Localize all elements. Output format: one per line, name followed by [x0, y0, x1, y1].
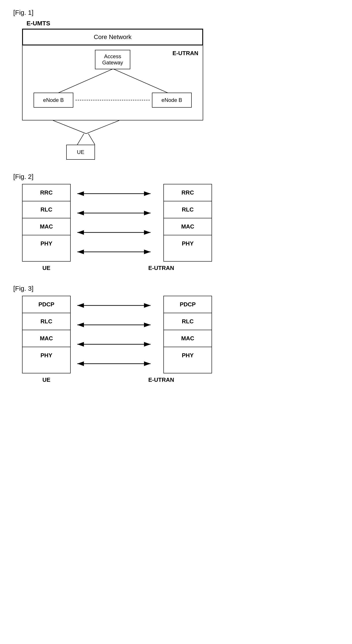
fig1-dashed-line	[76, 100, 150, 100]
fig1-eumts-label: E-UMTS	[27, 20, 212, 27]
fig2-left-rlc: RLC	[23, 201, 70, 218]
svg-line-4	[77, 134, 84, 145]
fig3-left-phy: PHY	[23, 347, 70, 364]
fig3-left-stack: PDCP RLC MAC PHY	[22, 296, 71, 374]
fig1-access-gateway: Access Gateway	[95, 50, 130, 69]
fig2-right-rlc: RLC	[164, 201, 212, 218]
fig2-left-rrc: RRC	[23, 184, 70, 201]
fig2-phy-arrow	[75, 248, 159, 256]
fig2-eutran-label: E-UTRAN	[137, 265, 186, 272]
fig3-left-rlc: RLC	[23, 313, 70, 330]
fig3-right-mac: MAC	[164, 330, 212, 347]
fig3-arrows	[71, 296, 163, 374]
fig2-right-mac: MAC	[164, 218, 212, 235]
fig1-ue: UE	[66, 145, 95, 160]
fig3-ue-label: UE	[22, 376, 71, 383]
fig3-left-pdcp: PDCP	[23, 296, 70, 313]
fig2-ue-label: UE	[22, 265, 71, 272]
fig2-left-phy: PHY	[23, 235, 70, 252]
fig1-core-network: Core Network	[23, 29, 203, 45]
fig3-right-pdcp: PDCP	[164, 296, 212, 313]
fig2-right-stack: RRC RLC MAC PHY	[163, 184, 212, 262]
fig1-connection-lines	[23, 69, 204, 93]
fig3-eutran-label: E-UTRAN	[137, 376, 186, 383]
fig1-eutran-label: E-UTRAN	[172, 50, 198, 57]
fig1-enodeb-row: eNode B eNode B	[27, 93, 198, 108]
fig3-label: [Fig. 3]	[13, 285, 212, 292]
fig2-left-mac: MAC	[23, 218, 70, 235]
svg-line-1	[113, 69, 168, 93]
fig3-right-rlc: RLC	[164, 313, 212, 330]
fig3-diagram: PDCP RLC MAC PHY	[22, 296, 212, 374]
fig3-right-phy: PHY	[164, 347, 212, 364]
fig2-mac-arrow	[75, 228, 159, 237]
fig2-rrc-arrow	[75, 189, 159, 198]
svg-line-5	[88, 134, 95, 145]
fig3-phy-arrow	[75, 359, 159, 368]
fig2-arrows	[71, 184, 163, 262]
fig1-ue-lines	[22, 120, 203, 147]
fig2: [Fig. 2] RRC RLC MAC PHY	[13, 173, 212, 272]
fig2-right-rrc: RRC	[164, 184, 212, 201]
fig1-label: [Fig. 1]	[13, 9, 212, 16]
fig3: [Fig. 3] PDCP RLC MAC PHY	[13, 285, 212, 383]
fig3-left-mac: MAC	[23, 330, 70, 347]
svg-line-2	[53, 120, 86, 134]
fig2-right-phy: PHY	[164, 235, 212, 252]
fig3-mac-arrow	[75, 340, 159, 349]
fig3-pdcp-arrow	[75, 301, 159, 310]
fig1-enodeb-right: eNode B	[152, 93, 192, 108]
svg-line-3	[86, 120, 119, 134]
fig2-label: [Fig. 2]	[13, 173, 212, 180]
fig1: [Fig. 1] E-UMTS Core Network E-UTRAN Acc…	[13, 9, 212, 160]
svg-line-0	[58, 69, 113, 93]
fig2-rlc-arrow	[75, 209, 159, 218]
fig3-right-stack: PDCP RLC MAC PHY	[163, 296, 212, 374]
fig1-enodeb-left: eNode B	[34, 93, 73, 108]
fig2-left-stack: RRC RLC MAC PHY	[22, 184, 71, 262]
fig2-diagram: RRC RLC MAC PHY	[22, 184, 212, 262]
fig3-rlc-arrow	[75, 320, 159, 329]
